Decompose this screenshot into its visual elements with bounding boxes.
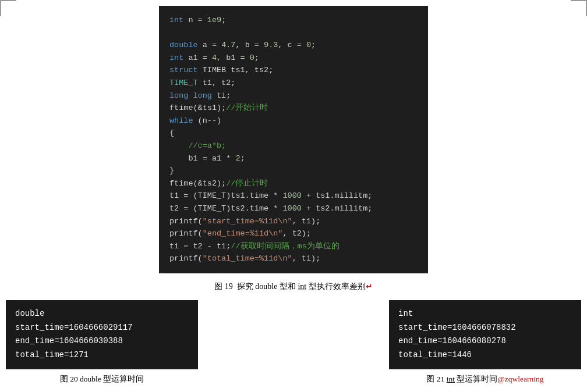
code-line-3: double a = 4.7, b = 9.3, c = 0;: [169, 39, 418, 52]
code-line-1: int n = 1e9;: [169, 14, 418, 27]
bottom-panels: double start_time=1604666029117 end_time…: [0, 300, 587, 369]
int-result-line-4: total_time=1446: [398, 348, 572, 362]
code-line-20: printf("total_time=%11d\n", ti);: [169, 252, 418, 265]
code-line-9: while (n--): [169, 115, 418, 127]
double-result-line-2: start_time=1604666029117: [15, 321, 189, 335]
bottom-captions: 图 20 double 型运算时间 图 21 int 型运算时间@zqwlear…: [0, 374, 587, 384]
int-result-block: int start_time=1604666078832 end_time=16…: [389, 300, 581, 369]
int-result-line-1: int: [398, 307, 572, 321]
int-result-line-2: start_time=1604666078832: [398, 321, 572, 335]
figure-19-caption: 图 19 探究 double 型和 int 型执行效率差别↵: [214, 281, 372, 292]
figure-21-caption: 图 21 int 型运算时间@zqwlearning: [389, 374, 581, 384]
brand-label: @zqwlearning: [497, 375, 543, 383]
double-result-line-4: total_time=1271: [15, 348, 189, 362]
corner-decoration-right: [571, 0, 587, 16]
code-line-blank1: [169, 27, 418, 40]
code-line-18: printf("end_time=%11d\n", t2);: [169, 227, 418, 240]
code-line-14: ftime(&ts2);//停止计时: [169, 177, 418, 190]
code-line-19: ti = t2 - t1;//获取时间间隔，ms为单位的: [169, 240, 418, 253]
code-line-7: long long ti;: [169, 90, 418, 102]
double-result-line-1: double: [15, 307, 189, 321]
code-line-6: TIME_T t1, t2;: [169, 77, 418, 90]
code-line-11: //c=a*b;: [169, 140, 418, 152]
code-line-13: }: [169, 165, 418, 177]
double-result-block: double start_time=1604666029117 end_time…: [6, 300, 198, 369]
corner-decoration-left: [0, 0, 16, 16]
figure-20-caption: 图 20 double 型运算时间: [6, 374, 198, 384]
double-result-line-3: end_time=1604666030388: [15, 334, 189, 348]
figure-21-int-underline: int: [447, 375, 455, 383]
code-line-8: ftime(&ts1);//开始计时: [169, 102, 418, 115]
code-block-section: int n = 1e9; double a = 4.7, b = 9.3, c …: [0, 6, 587, 273]
code-line-16: t2 = (TIME_T)ts2.time * 1000 + ts2.milli…: [169, 202, 418, 215]
code-line-4: int a1 = 4, b1 = 0;: [169, 52, 418, 65]
code-line-5: struct TIMEB ts1, ts2;: [169, 64, 418, 77]
figure-19-underline: int: [298, 282, 306, 291]
code-line-12: b1 = a1 * 2;: [169, 152, 418, 165]
code-block: int n = 1e9; double a = 4.7, b = 9.3, c …: [159, 6, 428, 273]
code-line-17: printf("start_time=%11d\n", t1);: [169, 215, 418, 228]
int-result-line-3: end_time=1604666080278: [398, 334, 572, 348]
code-line-15: t1 = (TIME_T)ts1.time * 1000 + ts1.milli…: [169, 190, 418, 202]
code-line-10: {: [169, 127, 418, 140]
